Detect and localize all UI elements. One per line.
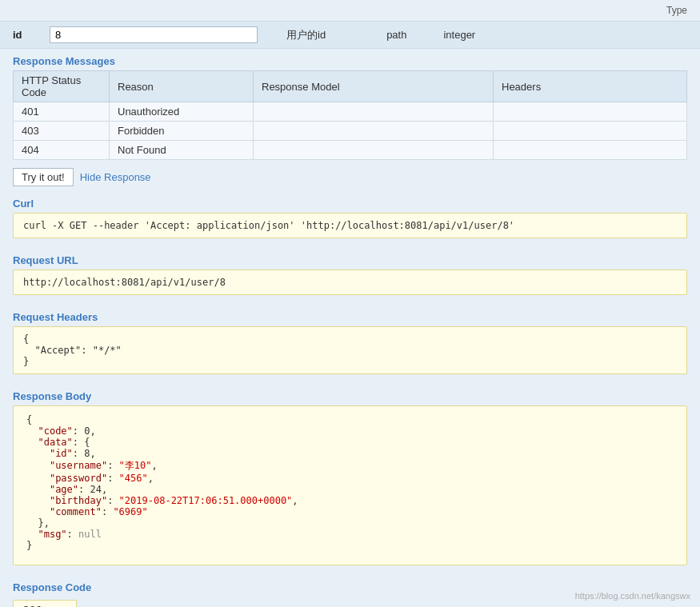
response-body-title: Response Body	[13, 390, 687, 402]
response-code-value: 200	[13, 600, 77, 607]
param-path: path	[386, 29, 406, 41]
reason-404: Not Found	[110, 141, 254, 160]
watermark: https://blog.csdn.net/kangswx	[575, 591, 690, 601]
request-headers-section: Request Headers { "Accept": "*/*" }	[0, 305, 700, 384]
req-header-line-1: {	[23, 333, 677, 345]
rb-line-5: "username": "李10",	[26, 459, 674, 473]
response-messages-section: Response Messages HTTP Status Code Reaso…	[0, 49, 700, 163]
req-header-line-3: }	[23, 356, 677, 367]
request-url-title: Request URL	[13, 254, 687, 266]
status-403: 403	[14, 122, 110, 141]
request-url-section: Request URL http://localhost:8081/api/v1…	[0, 248, 700, 305]
curl-value: curl -X GET --header 'Accept: applicatio…	[13, 213, 687, 238]
rb-line-8: "birthday": "2019-08-22T17:06:51.000+000…	[26, 495, 674, 506]
col-headers: Headers	[494, 71, 687, 102]
reason-401: Unauthorized	[110, 102, 254, 122]
action-row: Try it out! Hide Response	[0, 163, 700, 191]
rb-line-6: "password": "456",	[26, 473, 674, 484]
rb-line-7: "age": 24,	[26, 484, 674, 495]
param-desc: 用户的id	[286, 28, 326, 42]
rb-line-10: },	[26, 517, 674, 529]
req-header-line-2: "Accept": "*/*"	[23, 345, 677, 356]
table-row: 401 Unauthorized	[14, 102, 687, 122]
curl-section: Curl curl -X GET --header 'Accept: appli…	[0, 191, 700, 248]
response-body-section: Response Body { "code": 0, "data": { "id…	[0, 384, 700, 575]
page-container: Type id 用户的id path integer Response Mess…	[0, 0, 700, 607]
hide-response-link[interactable]: Hide Response	[80, 171, 151, 183]
headers-401	[494, 102, 687, 122]
model-401	[254, 102, 494, 122]
response-messages-table: HTTP Status Code Reason Response Model H…	[13, 70, 687, 160]
rb-line-12: }	[26, 540, 674, 551]
response-messages-title: Response Messages	[13, 55, 687, 67]
col-model: Response Model	[254, 71, 494, 102]
curl-title: Curl	[13, 198, 687, 210]
status-404: 404	[14, 141, 110, 160]
headers-403	[494, 122, 687, 141]
top-bar: Type	[0, 0, 700, 22]
response-body-value: { "code": 0, "data": { "id": 8, "usernam…	[13, 405, 687, 565]
rb-line-11: "msg": null	[26, 529, 674, 540]
param-type: integer	[443, 29, 475, 41]
col-reason: Reason	[110, 71, 254, 102]
headers-404	[494, 141, 687, 160]
reason-403: Forbidden	[110, 122, 254, 141]
col-status-code: HTTP Status Code	[14, 71, 110, 102]
request-headers-title: Request Headers	[13, 311, 687, 323]
rb-line-2: "code": 0,	[26, 425, 674, 437]
rb-line-9: "comment": "6969"	[26, 506, 674, 517]
model-403	[254, 122, 494, 141]
model-404	[254, 141, 494, 160]
type-label: Type	[666, 5, 687, 16]
table-row: 403 Forbidden	[14, 122, 687, 141]
rb-line-3: "data": {	[26, 437, 674, 448]
param-id-label: id	[13, 29, 37, 41]
param-id-input[interactable]	[50, 26, 258, 43]
param-row: id 用户的id path integer	[0, 22, 700, 49]
status-401: 401	[14, 102, 110, 122]
rb-line-4: "id": 8,	[26, 448, 674, 459]
request-headers-value: { "Accept": "*/*" }	[13, 326, 687, 374]
rb-line-1: {	[26, 414, 674, 425]
try-it-out-button[interactable]: Try it out!	[13, 168, 74, 186]
table-row: 404 Not Found	[14, 141, 687, 160]
request-url-value: http://localhost:8081/api/v1/user/8	[13, 270, 687, 295]
